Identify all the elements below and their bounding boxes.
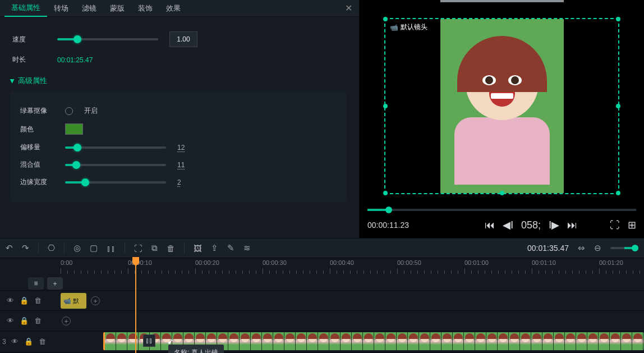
grid-icon[interactable]: ⊞ bbox=[628, 219, 636, 231]
timeline-ruler[interactable]: 0:0000:00:1000:00:2000:00:3000:00:4000:0… bbox=[0, 258, 644, 274]
fit-icon[interactable]: ▢ bbox=[90, 243, 98, 253]
offset-value[interactable]: 12 bbox=[177, 144, 194, 152]
speed-value[interactable]: 1.00 bbox=[169, 31, 197, 47]
edge-label: 边缘宽度 bbox=[20, 177, 54, 187]
delete-track-icon[interactable]: 🗑 bbox=[39, 337, 46, 346]
split-clip-icon[interactable]: ⫿⫿ bbox=[143, 334, 155, 347]
add-clip-icon[interactable]: ＋ bbox=[91, 296, 100, 305]
blend-label: 混合值 bbox=[20, 160, 54, 169]
ruler-tick: 00:01:00 bbox=[464, 259, 489, 266]
chroma-radio[interactable] bbox=[65, 107, 73, 115]
offset-label: 偏移量 bbox=[20, 143, 54, 152]
delete-track-icon[interactable]: 🗑 bbox=[34, 296, 42, 305]
preview-time: 00:00:11.23 bbox=[367, 221, 409, 230]
tab-transition[interactable]: 转场 bbox=[47, 0, 75, 17]
visibility-icon[interactable]: 👁 bbox=[7, 296, 14, 305]
ruler-tick: 00:00:10 bbox=[128, 259, 152, 266]
ruler-tick: 00:01:20 bbox=[599, 259, 623, 266]
redo-icon[interactable]: ↷ bbox=[22, 243, 29, 253]
camera-icon: 📹 bbox=[390, 24, 398, 31]
visibility-icon[interactable]: 👁 bbox=[7, 317, 14, 325]
zoom-slider[interactable] bbox=[610, 247, 638, 249]
edit-icon[interactable]: ✎ bbox=[227, 243, 234, 253]
preview-scrubber[interactable] bbox=[367, 209, 636, 211]
tab-filter[interactable]: 滤镜 bbox=[75, 0, 103, 17]
offset-slider[interactable] bbox=[65, 146, 166, 149]
ruler-tick: 00:00:30 bbox=[263, 259, 287, 266]
track-options-icon[interactable]: ≡ bbox=[28, 277, 44, 290]
timeline-tracks: ≡ ＋ 👁 🔒 🗑 📹 默 ＋ 👁 🔒 🗑 ＋ 3 bbox=[0, 274, 644, 352]
timeline-toolbar: ↶ ↷ ⎔ ◎ ▢ ⫿⫿ ⛶ ⧉ 🗑 🖼 ⇪ ✎ ≋ 00:01:35.47 ⇔… bbox=[0, 238, 644, 258]
snapshot-icon[interactable]: ⛶ bbox=[610, 219, 620, 231]
next-frame-button[interactable]: Ⅰ▶ bbox=[549, 219, 559, 231]
blend-slider[interactable] bbox=[65, 164, 166, 166]
preview-top-strip bbox=[440, 0, 564, 2]
preview-panel: ⊞ 📹 默认镜头 bbox=[360, 0, 644, 238]
speed-slider[interactable] bbox=[57, 38, 158, 40]
selection-frame[interactable]: 📹 默认镜头 bbox=[384, 18, 619, 194]
last-frame-button[interactable]: ⏭ bbox=[567, 219, 577, 231]
tab-mask[interactable]: 蒙版 bbox=[103, 0, 131, 17]
duration-label: 时长 bbox=[12, 55, 46, 65]
delete-icon[interactable]: 🗑 bbox=[167, 244, 175, 253]
clip-default[interactable]: 📹 默 bbox=[61, 293, 86, 309]
prev-frame-button[interactable]: ◀Ⅰ bbox=[503, 219, 513, 231]
blend-value[interactable]: 11 bbox=[177, 161, 194, 169]
chroma-label: 绿幕抠像 bbox=[20, 106, 54, 116]
properties-panel: 基础属性 转场 滤镜 蒙版 装饰 效果 ✕ 速度 1.00 时长 00:01:2… bbox=[0, 0, 360, 238]
tab-basic[interactable]: 基础属性 bbox=[4, 0, 47, 17]
camera-icon: 📹 bbox=[63, 297, 71, 305]
fit-timeline-icon[interactable]: ⇔ bbox=[578, 243, 585, 253]
lock-icon[interactable]: 🔒 bbox=[20, 317, 29, 325]
play-button[interactable]: 058; bbox=[521, 219, 541, 231]
edge-value[interactable]: 2 bbox=[177, 178, 194, 186]
lock-icon[interactable]: 🔒 bbox=[20, 296, 29, 305]
lock-icon[interactable]: 🔒 bbox=[24, 337, 33, 346]
ruler-tick: 00:00:40 bbox=[330, 259, 354, 266]
edge-slider[interactable] bbox=[65, 181, 166, 184]
track-index: 3 bbox=[2, 338, 6, 346]
zoom-out-icon[interactable]: ⊖ bbox=[594, 243, 601, 253]
chevron-down-icon: ▶ bbox=[10, 79, 16, 83]
locate-icon[interactable]: ◎ bbox=[73, 243, 81, 253]
magnet-icon[interactable]: ⎔ bbox=[48, 243, 55, 253]
first-frame-button[interactable]: ⏮ bbox=[485, 219, 495, 231]
copy-icon[interactable]: ⧉ bbox=[151, 243, 158, 253]
ruler-tick: 00:00:50 bbox=[397, 259, 421, 266]
duration-value: 00:01:25.47 bbox=[57, 56, 93, 64]
add-clip-icon[interactable]: ＋ bbox=[62, 317, 71, 326]
tab-effect[interactable]: 效果 bbox=[159, 0, 187, 17]
delete-track-icon[interactable]: 🗑 bbox=[34, 317, 42, 325]
property-tabs: 基础属性 转场 滤镜 蒙版 装饰 效果 ✕ bbox=[0, 0, 359, 17]
split-view-icon[interactable]: ⫿⫿ bbox=[107, 244, 116, 253]
visibility-icon[interactable]: 👁 bbox=[11, 337, 19, 346]
layers-icon[interactable]: ≋ bbox=[243, 243, 251, 253]
ruler-tick: 00:00:20 bbox=[195, 259, 219, 266]
close-icon[interactable]: ✕ bbox=[345, 3, 352, 13]
undo-icon[interactable]: ↶ bbox=[6, 243, 13, 253]
clip-tooltip: 名称: 真人出镜 类型: 视频 bbox=[168, 345, 224, 353]
crop-icon[interactable]: ⛶ bbox=[134, 244, 142, 253]
playhead[interactable] bbox=[135, 258, 136, 353]
tab-decor[interactable]: 装饰 bbox=[131, 0, 159, 17]
preview-canvas[interactable]: ⊞ 📹 默认镜头 bbox=[367, 3, 636, 209]
image-icon[interactable]: 🖼 bbox=[194, 244, 202, 253]
chroma-toggle-label: 开启 bbox=[84, 106, 98, 116]
advanced-section[interactable]: ▶ 高级属性 bbox=[10, 76, 347, 86]
timeline-time: 00:01:35.47 bbox=[527, 244, 569, 253]
ruler-tick: 0:00 bbox=[61, 259, 72, 266]
ruler-tick: 00:01:10 bbox=[532, 259, 556, 266]
export-icon[interactable]: ⇪ bbox=[211, 243, 218, 253]
color-swatch[interactable] bbox=[65, 123, 83, 135]
color-label: 颜色 bbox=[20, 125, 54, 134]
shot-label: 📹 默认镜头 bbox=[390, 22, 427, 32]
speed-label: 速度 bbox=[12, 35, 46, 44]
